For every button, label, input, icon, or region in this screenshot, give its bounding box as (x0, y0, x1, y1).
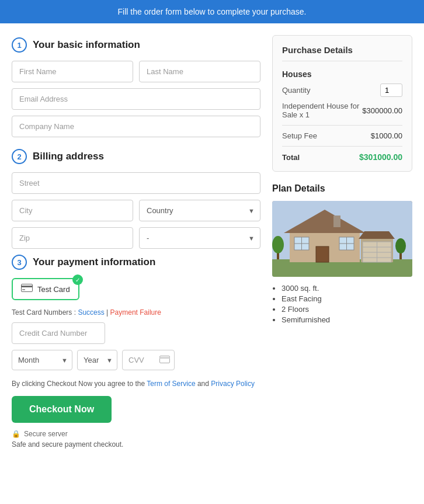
cc-number-input[interactable] (12, 322, 105, 344)
last-name-field (139, 61, 260, 82)
credit-card-icon (21, 284, 33, 294)
city-input[interactable] (12, 200, 133, 221)
svg-marker-23 (359, 231, 395, 239)
safe-text: Safe and secure payment checkout. (12, 440, 260, 449)
country-select[interactable]: CountryUnited StatesUnited KingdomIndiaC… (139, 200, 260, 221)
first-name-field (12, 61, 133, 82)
lock-icon: 🔒 (12, 430, 20, 438)
email-row (12, 88, 260, 110)
company-input[interactable] (12, 116, 260, 137)
state-field: -State1State2State3 ▼ (139, 227, 260, 249)
country-field: CountryUnited StatesUnited KingdomIndiaC… (139, 200, 260, 221)
terms-prefix: By clicking Checkout Now you agree to th… (12, 380, 147, 388)
svg-rect-3 (160, 356, 170, 363)
payment-header: 3 Your payment information (12, 255, 260, 270)
test-card-info: Test Card Numbers : Success | Payment Fa… (12, 308, 260, 317)
total-row: Total $301000.00 (282, 152, 402, 162)
cc-number-field (12, 322, 260, 344)
item-row: Independent House for Sale x 1 $300000.0… (282, 102, 402, 119)
company-row (12, 116, 260, 137)
street-row (12, 172, 260, 194)
purchase-card: Purchase Details Houses Quantity Indepen… (272, 35, 412, 172)
plan-details-section: Plan Details (272, 183, 412, 324)
total-price: $301000.00 (359, 152, 402, 162)
last-name-input[interactable] (139, 61, 260, 82)
left-panel: 1 Your basic information (12, 35, 260, 492)
card-label: Test Card (37, 285, 70, 294)
zip-field (12, 227, 133, 249)
street-input[interactable] (12, 172, 260, 194)
expiry-row: MonthJanuaryFebruaryMarchAprilMayJuneJul… (12, 350, 260, 370)
street-field (12, 172, 260, 194)
setup-fee-price: $1000.00 (371, 131, 402, 140)
email-field (12, 88, 260, 110)
item-price: $300000.00 (362, 106, 402, 115)
purchase-card-title: Purchase Details (282, 45, 402, 61)
plan-features-list: 3000 sq. ft.East Facing2 FloorsSemifurni… (272, 284, 412, 324)
terms-middle: and (197, 380, 211, 388)
svg-point-28 (395, 238, 406, 253)
success-link[interactable]: Success (78, 308, 104, 317)
section-1-number: 1 (12, 37, 27, 53)
state-select[interactable]: -State1State2State3 (139, 227, 260, 249)
terms-text: By clicking Checkout Now you agree to th… (12, 380, 260, 388)
checkout-button[interactable]: Checkout Now (12, 396, 112, 423)
svg-point-26 (272, 236, 284, 253)
month-select-wrapper: MonthJanuaryFebruaryMarchAprilMayJuneJul… (12, 350, 72, 370)
list-item: 2 Floors (281, 305, 412, 314)
email-input[interactable] (12, 88, 260, 110)
product-title: Houses (282, 69, 402, 79)
zip-state-row: -State1State2State3 ▼ (12, 227, 260, 249)
top-banner: Fill the order form below to complete yo… (0, 0, 424, 23)
terms-link[interactable]: Term of Service (147, 380, 195, 388)
company-field (12, 116, 260, 137)
basic-info-title: Your basic information (33, 39, 140, 51)
year-select[interactable]: Year2024202520262027202820292030 (77, 350, 117, 370)
test-card-prefix: Test Card Numbers : (12, 308, 78, 317)
quantity-label: Quantity (282, 86, 310, 95)
item-label: Independent House for Sale x 1 (282, 102, 362, 119)
section-2-number: 2 (12, 149, 27, 164)
total-label: Total (282, 153, 300, 162)
city-country-row: CountryUnited StatesUnited KingdomIndiaC… (12, 200, 260, 221)
quantity-input[interactable] (380, 84, 402, 97)
first-name-input[interactable] (12, 61, 133, 82)
plan-title: Plan Details (272, 183, 412, 194)
city-field (12, 200, 133, 221)
section-3-number: 3 (12, 255, 27, 270)
basic-info-header: 1 Your basic information (12, 37, 260, 53)
name-row (12, 61, 260, 82)
month-select[interactable]: MonthJanuaryFebruaryMarchAprilMayJuneJul… (12, 350, 72, 370)
card-check-icon: ✓ (72, 274, 83, 285)
checkout-label: Checkout Now (29, 404, 94, 414)
svg-rect-0 (22, 284, 33, 292)
quantity-row: Quantity (282, 84, 402, 97)
card-option[interactable]: Test Card ✓ (12, 278, 79, 300)
billing-title: Billing address (33, 151, 104, 162)
payment-title: Your payment information (33, 256, 155, 268)
cvv-card-icon (159, 356, 170, 365)
secure-info: 🔒 Secure server (12, 430, 260, 438)
svg-rect-1 (21, 286, 33, 287)
svg-rect-4 (159, 357, 170, 359)
list-item: 3000 sq. ft. (281, 284, 412, 293)
list-item: Semifurnished (281, 315, 412, 324)
zip-input[interactable] (12, 227, 133, 249)
secure-text: Secure server (24, 430, 68, 438)
right-panel: Purchase Details Houses Quantity Indepen… (272, 35, 412, 492)
svg-rect-9 (316, 246, 329, 262)
billing-header: 2 Billing address (12, 149, 260, 164)
setup-fee-label: Setup Fee (282, 131, 317, 140)
svg-rect-2 (22, 289, 25, 290)
list-item: East Facing (281, 294, 412, 303)
svg-rect-24 (333, 215, 340, 227)
year-select-wrapper: Year2024202520262027202820292030 ▼ (77, 350, 117, 370)
privacy-link[interactable]: Privacy Policy (211, 380, 255, 388)
house-image (272, 201, 412, 277)
setup-fee-row: Setup Fee $1000.00 (282, 131, 402, 140)
failure-link[interactable]: Payment Failure (110, 308, 161, 317)
banner-text: Fill the order form below to complete yo… (118, 7, 307, 16)
cvv-field (122, 350, 175, 370)
